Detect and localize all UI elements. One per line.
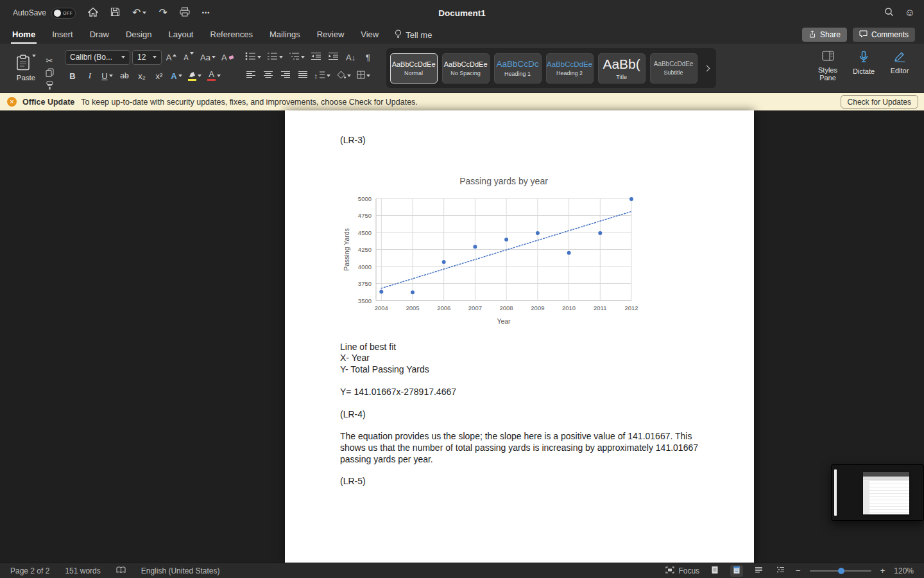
share-button[interactable]: Share [802,28,847,42]
autosave-state-label: OFF [63,11,73,15]
style-no-spacing[interactable]: AaBbCcDdEeNo Spacing [442,53,490,83]
style-title[interactable]: AaBb(Title [598,53,646,83]
align-center-button[interactable] [261,68,276,83]
page-indicator[interactable]: Page 2 of 2 [10,566,49,575]
tab-view[interactable]: View [352,26,387,44]
view-web-layout-button[interactable] [730,565,743,577]
tab-mailings[interactable]: Mailings [261,26,309,44]
styles-pane-button[interactable]: Styles Pane [810,44,846,92]
pip-window-thumbnail[interactable] [831,464,924,521]
redo-button[interactable]: ↷ [158,8,167,18]
language-indicator[interactable]: English (United States) [141,566,220,575]
font-size-select[interactable]: 12 [132,50,162,65]
align-left-button[interactable] [243,68,259,83]
tab-draw[interactable]: Draw [81,26,117,44]
tab-design[interactable]: Design [117,26,160,44]
passing-yards-chart[interactable]: 3500375040004250450047505000200420052006… [340,173,648,328]
borders-button[interactable] [355,68,372,83]
style-subtitle[interactable]: AaBbCcDdEeSubtitle [650,53,697,83]
share-label: Share [820,30,841,39]
sort-button[interactable]: A↓ [343,49,359,65]
paste-button[interactable]: Paste [10,49,42,92]
increase-indent-button[interactable] [326,49,341,65]
view-outline-button[interactable] [752,565,765,577]
decrease-indent-button[interactable] [309,49,324,65]
dropdown-icon [279,56,283,58]
slider-thumb[interactable] [838,568,844,574]
office-update-banner: × Office Update To keep up-to-date with … [0,93,924,110]
more-commands-button[interactable]: ••• [202,10,210,16]
search-button[interactable] [884,7,894,19]
text-equation: Y= 141.01667x-278917.4667 [340,387,754,398]
style-heading-2[interactable]: AaBbCcDdEeHeading 2 [546,53,594,83]
grow-font-button[interactable]: A [164,49,179,65]
numbered-list-button[interactable] [265,49,285,65]
save-icon [110,7,120,19]
zoom-slider[interactable] [810,567,871,575]
tab-references[interactable]: References [202,26,261,44]
style-normal[interactable]: AaBbCcDdEeNormal [390,53,438,83]
styles-gallery-expand-button[interactable] [702,48,712,88]
bullet-list-button[interactable] [243,49,263,65]
italic-button[interactable]: I [82,68,98,83]
subscript-button[interactable]: x₂ [134,68,150,83]
cut-button[interactable]: ✂ [42,55,57,66]
style-heading-1[interactable]: AaBbCcDcHeading 1 [494,53,542,83]
svg-text:4500: 4500 [358,229,372,236]
multilevel-list-button[interactable] [287,49,307,65]
font-color-button[interactable]: A [205,68,223,83]
lines-icon [319,71,325,81]
home-button[interactable] [88,7,98,19]
save-button[interactable] [110,7,120,19]
document-page[interactable]: (LR-3) 350037504000425045004750500020042… [285,110,754,563]
print-button[interactable] [180,7,190,19]
show-paragraph-marks-button[interactable]: ¶ [361,49,376,65]
align-right-button[interactable] [278,68,293,83]
tab-insert[interactable]: Insert [44,26,81,44]
justify-button[interactable] [295,68,311,83]
svg-text:2005: 2005 [406,304,419,311]
focus-toggle[interactable]: Focus [665,566,699,575]
line-spacing-button[interactable]: ↕ [312,68,333,83]
strikethrough-button[interactable]: ab [117,68,132,83]
change-case-button[interactable]: Aa [198,49,218,65]
editor-button[interactable]: Editor [882,44,918,92]
view-draft-button[interactable] [774,565,787,577]
font-name-select[interactable]: Calibri (Bo... [65,50,130,65]
zoom-out-button[interactable]: − [796,566,801,575]
autosave-toggle[interactable]: OFF [51,8,76,19]
undo-button[interactable]: ↶ [132,8,146,18]
tell-me-button[interactable]: Tell me [387,30,440,40]
text-effects-button[interactable]: A [169,68,184,83]
feedback-button[interactable]: ☺ [905,7,915,19]
proofing-status-button[interactable] [116,566,126,575]
zoom-percentage[interactable]: 120% [894,566,914,575]
tab-review[interactable]: Review [309,26,353,44]
change-case-icon: Aa [200,53,210,62]
clear-formatting-icon: A [221,53,227,62]
zoom-in-button[interactable]: + [880,566,886,575]
dictate-button[interactable]: Dictate [846,44,882,92]
clear-formatting-button[interactable]: A [219,49,235,65]
comments-button[interactable]: Comments [853,28,915,42]
text-line-best-fit: Line of best fit [340,342,754,353]
bold-button[interactable]: B [65,68,80,83]
word-count[interactable]: 151 words [65,566,100,575]
text-paragraph: The equation provides us the slope; the … [340,430,708,465]
copy-icon [46,68,54,79]
highlight-button[interactable] [186,68,203,83]
highlighter-icon [188,71,196,78]
check-for-updates-button[interactable]: Check for Updates [841,95,918,109]
superscript-button[interactable]: x² [151,68,167,83]
underline-button[interactable]: U [99,68,115,83]
shading-button[interactable] [334,68,353,83]
tab-home[interactable]: Home [4,26,44,44]
view-print-layout-button[interactable] [708,565,721,577]
autosave-label: AutoSave [13,8,46,17]
copy-button[interactable] [42,67,57,79]
tab-layout[interactable]: Layout [160,26,201,44]
passing-yards-chart-svg: 3500375040004250450047505000200420052006… [340,173,648,328]
shrink-font-button[interactable]: A [181,49,196,65]
paint-bucket-icon [336,71,346,81]
format-painter-button[interactable] [42,81,57,92]
